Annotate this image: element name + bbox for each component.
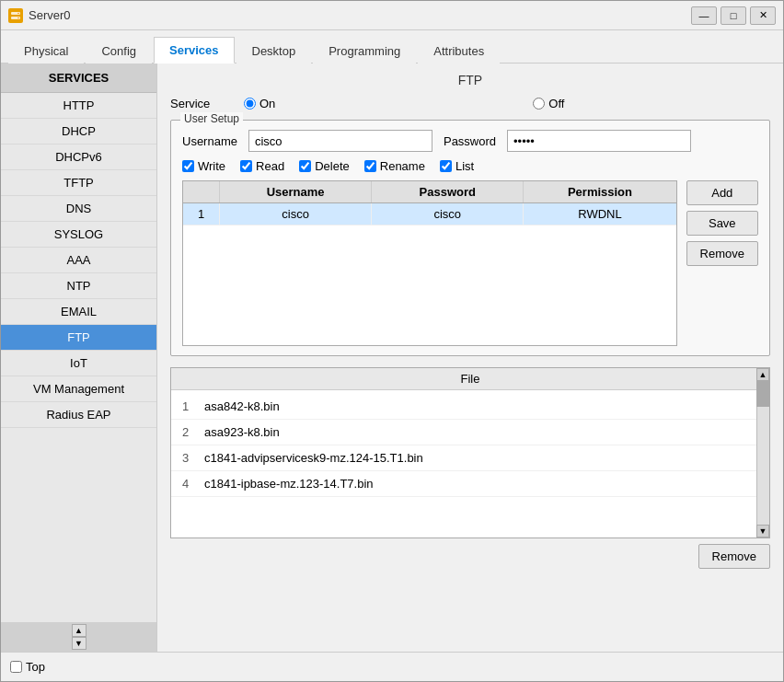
minimize-button[interactable]: — [691,6,717,25]
service-off-radio[interactable]: Off [533,97,564,110]
title-bar-left: Server0 [8,8,71,23]
file-name-4: c1841-ipbase-mz.123-14.T7.bin [204,477,758,491]
user-setup-row: Username Password [182,130,758,152]
file-num-4: 4 [182,477,204,491]
service-on-radio[interactable]: On [244,97,275,110]
rename-label: Rename [380,159,425,173]
user-table-container: Username Password Permission 1 cisco cis… [182,180,758,346]
service-off-input[interactable] [533,98,545,110]
section-title: FTP [170,73,770,87]
file-section: File 1 asa842-k8.bin 2 asa923-k8.bin 3 c… [170,367,770,538]
file-name-2: asa923-k8.bin [204,425,758,439]
rename-checkbox[interactable]: Rename [364,159,425,173]
remove-file-row: Remove [170,544,770,569]
username-input[interactable] [248,130,432,152]
read-checkbox[interactable]: Read [240,159,284,173]
table-cell-permission: RWDNL [524,203,675,225]
file-name-1: asa842-k8.bin [204,399,758,413]
table-cell-num: 1 [183,203,220,225]
remove-user-button[interactable]: Remove [686,241,758,266]
file-scrollbar: ▲ ▼ [756,368,769,538]
window-title: Server0 [29,8,71,22]
tab-physical[interactable]: Physical [8,38,84,64]
sidebar-scroll: HTTP DHCP DHCPv6 TFTP DNS SYSLOG AAA NTP… [1,93,156,622]
close-button[interactable]: ✕ [750,6,776,25]
sidebar-item-radius-eap[interactable]: Radius EAP [1,402,156,428]
file-scroll-up[interactable]: ▲ [756,368,769,381]
sidebar-item-ftp[interactable]: FTP [1,325,156,351]
top-checkbox-input[interactable] [10,661,22,673]
file-num-2: 2 [182,425,204,439]
write-label: Write [198,159,225,173]
tab-desktop[interactable]: Desktop [236,38,312,64]
save-button[interactable]: Save [686,211,758,236]
server-icon [8,8,23,23]
sidebar-item-dhcpv6[interactable]: DHCPv6 [1,144,156,170]
sidebar-item-vm-management[interactable]: VM Management [1,376,156,402]
user-setup-title: User Setup [180,112,243,125]
sidebar-item-ntp[interactable]: NTP [1,273,156,299]
table-buttons: Add Save Remove [686,180,758,266]
tab-config[interactable]: Config [86,38,152,64]
sidebar-item-tftp[interactable]: TFTP [1,170,156,196]
scroll-up-arrow[interactable]: ▲ [72,624,86,637]
write-checkbox[interactable]: Write [182,159,225,173]
list-input[interactable] [440,160,452,172]
sidebar-item-dns[interactable]: DNS [1,196,156,222]
add-button[interactable]: Add [686,180,758,205]
user-setup-group: User Setup Username Password Write [170,120,770,356]
file-item-3[interactable]: 3 c1841-advipservicesk9-mz.124-15.T1.bin [171,445,769,471]
table-cell-password: cisco [372,203,524,225]
top-checkbox-label[interactable]: Top [10,660,45,674]
service-off-label: Off [548,97,564,110]
rename-input[interactable] [364,160,376,172]
file-header: File [171,368,769,390]
password-label: Password [444,134,496,148]
table-row[interactable]: 1 cisco cisco RWDNL [183,203,676,225]
table-header: Username Password Permission [183,181,676,203]
write-input[interactable] [182,160,194,172]
file-item-1[interactable]: 1 asa842-k8.bin [171,394,769,420]
bottom-bar: Top [1,652,783,681]
svg-point-2 [17,12,19,14]
tab-programming[interactable]: Programming [313,38,416,64]
sidebar: SERVICES HTTP DHCP DHCPv6 TFTP DNS SYSLO… [1,64,157,652]
top-label: Top [26,660,45,674]
service-on-label: On [259,97,275,110]
username-label: Username [182,134,237,148]
maximize-button[interactable]: □ [721,6,746,25]
file-item-4[interactable]: 4 c1841-ipbase-mz.123-14.T7.bin [171,471,769,497]
delete-input[interactable] [299,160,311,172]
service-on-input[interactable] [244,98,256,110]
service-radio-group: On Off [244,97,770,110]
sidebar-item-dhcp[interactable]: DHCP [1,119,156,144]
read-input[interactable] [240,160,252,172]
file-item-2[interactable]: 2 asa923-k8.bin [171,420,769,445]
file-scroll-down[interactable]: ▼ [756,525,769,538]
remove-file-button[interactable]: Remove [698,544,770,569]
sidebar-item-syslog[interactable]: SYSLOG [1,222,156,248]
sidebar-item-email[interactable]: EMAIL [1,299,156,325]
table-col-num [183,181,220,202]
file-num-3: 3 [182,451,204,465]
password-input[interactable] [507,130,691,152]
list-label: List [455,159,474,173]
sidebar-item-aaa[interactable]: AAA [1,248,156,273]
scroll-down-arrow[interactable]: ▼ [72,637,86,650]
sidebar-item-iot[interactable]: IoT [1,351,156,376]
tab-bar: Physical Config Services Desktop Program… [1,30,783,64]
table-col-permission: Permission [524,181,675,202]
title-bar: Server0 — □ ✕ [1,1,783,30]
list-checkbox[interactable]: List [440,159,474,173]
delete-checkbox[interactable]: Delete [299,159,350,173]
tab-services[interactable]: Services [154,37,235,64]
user-table: Username Password Permission 1 cisco cis… [182,180,677,346]
file-list: 1 asa842-k8.bin 2 asa923-k8.bin 3 c1841-… [171,390,769,538]
content-area: FTP Service On Off User Setup [157,64,783,652]
title-bar-controls: — □ ✕ [691,6,776,25]
tab-attributes[interactable]: Attributes [418,38,500,64]
sidebar-item-http[interactable]: HTTP [1,93,156,119]
table-col-password: Password [372,181,524,202]
file-name-3: c1841-advipservicesk9-mz.124-15.T1.bin [204,451,758,465]
svg-point-3 [17,17,19,18]
